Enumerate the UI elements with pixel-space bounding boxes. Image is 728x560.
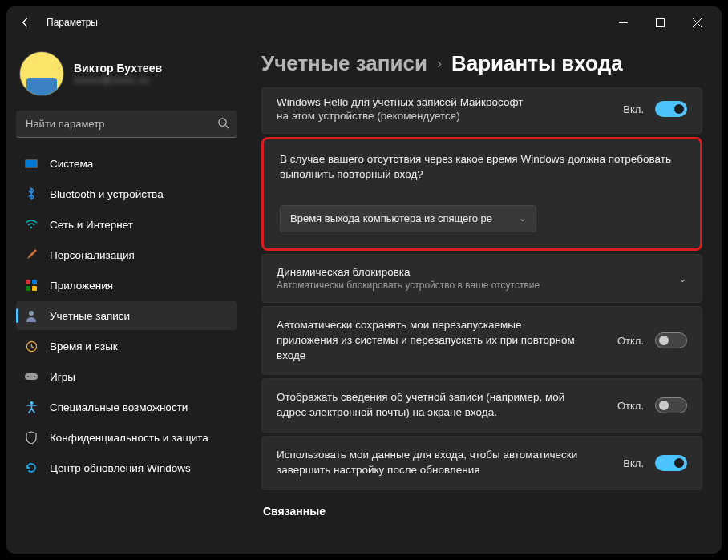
- dynlock-sub: Автоматически блокировать устройство в в…: [277, 280, 664, 291]
- back-button[interactable]: [13, 10, 38, 35]
- nav-label: Центр обновления Windows: [50, 462, 191, 474]
- nav-label: Приложения: [50, 280, 113, 292]
- reauth-dropdown[interactable]: Время выхода компьютера из спящего ре ⌄: [280, 205, 536, 232]
- breadcrumb: Учетные записи › Варианты входа: [261, 51, 702, 76]
- svg-rect-9: [25, 373, 38, 380]
- show-account-toggle[interactable]: [655, 397, 687, 413]
- nav-label: Игры: [50, 371, 75, 383]
- restart-apps-card: Автоматически сохранять мои перезапускае…: [261, 306, 702, 376]
- toggle-state: Откл.: [612, 335, 644, 347]
- toggle-state: Вкл.: [612, 457, 644, 469]
- nav-label: Учетные записи: [50, 310, 130, 322]
- brush-icon: [24, 248, 38, 262]
- user-block[interactable]: Виктор Бухтеев xxxxx@xxxx.xx: [16, 45, 237, 107]
- nav-network[interactable]: Сеть и Интернет: [16, 210, 237, 239]
- hello-toggle[interactable]: [655, 101, 687, 117]
- wifi-icon: [24, 217, 38, 232]
- nav-gaming[interactable]: Игры: [16, 362, 237, 391]
- use-signin-data-card: Использовать мои данные для входа, чтобы…: [261, 436, 702, 490]
- settings-window: Параметры Виктор Бухтеев xxxxx@xxxx.xx: [6, 6, 722, 554]
- chevron-right-icon: ›: [437, 55, 442, 72]
- hello-card: Windows Hello для учетных записей Майкро…: [261, 87, 702, 134]
- gamepad-icon: [24, 369, 38, 384]
- page-title: Варианты входа: [451, 51, 623, 76]
- nav-label: Конфиденциальность и защита: [50, 432, 208, 444]
- sidebar: Виктор Бухтеев xxxxx@xxxx.xx Система: [6, 38, 247, 554]
- nav-label: Система: [50, 158, 93, 170]
- user-name: Виктор Бухтеев: [74, 62, 162, 75]
- dropdown-selected: Время выхода компьютера из спящего ре: [290, 212, 492, 224]
- svg-point-7: [29, 311, 34, 316]
- reauth-card: В случае вашего отсутствия через какое в…: [261, 137, 702, 251]
- search-icon: [217, 117, 229, 132]
- nav-system[interactable]: Система: [16, 149, 237, 178]
- search-box: [16, 111, 237, 138]
- update-icon: [24, 461, 38, 475]
- titlebar: Параметры: [6, 6, 722, 38]
- chevron-down-icon: ⌄: [678, 272, 687, 284]
- svg-rect-1: [656, 18, 664, 26]
- chevron-down-icon: ⌄: [519, 213, 526, 224]
- use-data-text: Использовать мои данные для входа, чтобы…: [277, 448, 581, 478]
- nav-time[interactable]: Время и язык: [16, 332, 237, 361]
- nav-label: Bluetooth и устройства: [50, 188, 164, 200]
- svg-point-6: [30, 227, 32, 228]
- close-icon: [693, 18, 702, 27]
- hello-line1: Windows Hello для учетных записей Майкро…: [277, 96, 601, 108]
- svg-point-10: [27, 376, 29, 377]
- nav-label: Персонализация: [50, 249, 135, 261]
- maximize-button[interactable]: [641, 10, 678, 35]
- dynlock-title: Динамическая блокировка: [277, 266, 664, 278]
- minimize-icon: [619, 18, 628, 27]
- svg-point-4: [219, 119, 226, 126]
- clock-icon: [24, 339, 38, 353]
- nav-label: Сеть и Интернет: [50, 219, 133, 231]
- nav-privacy[interactable]: Конфиденциальность и защита: [16, 423, 237, 452]
- show-account-text: Отображать сведения об учетной записи (н…: [277, 390, 581, 421]
- nav-label: Время и язык: [50, 340, 118, 353]
- shield-icon: [24, 430, 38, 445]
- restart-apps-text: Автоматически сохранять мои перезапускае…: [277, 318, 581, 364]
- breadcrumb-parent[interactable]: Учетные записи: [261, 51, 427, 76]
- reauth-question: В случае вашего отсутствия через какое в…: [280, 152, 684, 183]
- dynamic-lock-card[interactable]: Динамическая блокировка Автоматически бл…: [261, 254, 702, 303]
- nav-list: Система Bluetooth и устройства Сеть и Ин…: [16, 149, 237, 482]
- nav-accounts[interactable]: Учетные записи: [16, 301, 237, 330]
- avatar: [19, 51, 64, 96]
- minimize-button[interactable]: [605, 10, 641, 35]
- nav-bluetooth[interactable]: Bluetooth и устройства: [16, 179, 237, 208]
- accessibility-icon: [24, 400, 38, 414]
- apps-icon: [24, 278, 38, 292]
- restart-apps-toggle[interactable]: [655, 332, 687, 348]
- display-icon: [24, 156, 38, 171]
- nav-personalization[interactable]: Персонализация: [16, 240, 237, 269]
- hello-line2: на этом устройстве (рекомендуется): [277, 110, 601, 122]
- nav-accessibility[interactable]: Специальные возможности: [16, 393, 237, 421]
- svg-line-5: [225, 125, 229, 128]
- close-button[interactable]: [678, 10, 715, 35]
- maximize-icon: [656, 18, 665, 27]
- show-account-card: Отображать сведения об учетной записи (н…: [261, 378, 702, 433]
- main-content: Учетные записи › Варианты входа Windows …: [247, 38, 722, 554]
- nav-update[interactable]: Центр обновления Windows: [16, 453, 237, 482]
- nav-label: Специальные возможности: [50, 401, 188, 413]
- svg-point-11: [34, 376, 35, 377]
- toggle-state: Вкл.: [612, 103, 644, 115]
- person-icon: [24, 308, 38, 323]
- use-data-toggle[interactable]: [655, 455, 687, 471]
- arrow-left-icon: [20, 17, 31, 28]
- window-title: Параметры: [47, 17, 98, 28]
- search-input[interactable]: [16, 111, 237, 138]
- svg-point-12: [30, 401, 33, 405]
- related-heading: Связанные: [263, 505, 702, 518]
- nav-apps[interactable]: Приложения: [16, 271, 237, 300]
- toggle-state: Откл.: [612, 400, 644, 412]
- user-email: xxxxx@xxxx.xx: [74, 75, 162, 86]
- bluetooth-icon: [24, 187, 38, 201]
